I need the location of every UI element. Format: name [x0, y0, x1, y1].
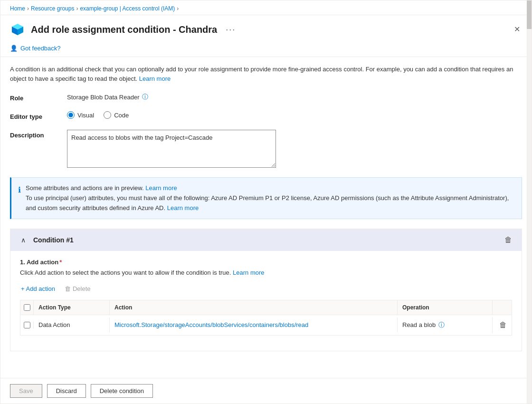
feedback-bar[interactable]: 👤 Got feedback?: [0, 42, 532, 57]
cube-icon: [10, 22, 25, 37]
editor-type-radio-group: Visual Code: [67, 111, 129, 119]
condition-section: ∧ Condition #1 🗑 1. Add action* Click Ad…: [10, 229, 522, 351]
role-value: Storage Blob Data Reader ⓘ: [67, 93, 148, 101]
row-action[interactable]: Microsoft.Storage/storageAccounts/blobSe…: [110, 317, 398, 332]
condition-header: ∧ Condition #1 🗑: [10, 229, 522, 251]
role-label: Role: [10, 93, 67, 102]
discard-button[interactable]: Discard: [47, 384, 86, 398]
table-header-operation: Operation: [398, 300, 493, 315]
breadcrumb-resource-groups[interactable]: Resource groups: [31, 5, 74, 12]
role-row: Role Storage Blob Data Reader ⓘ: [10, 93, 522, 102]
condition-delete-icon-button[interactable]: 🗑: [503, 234, 514, 246]
save-button[interactable]: Save: [10, 384, 42, 398]
condition-collapse-button[interactable]: ∧: [18, 235, 28, 245]
feedback-icon: 👤: [10, 45, 18, 52]
content-area: A condition is an additional check that …: [0, 57, 532, 378]
info-banner-icon: ℹ: [18, 184, 21, 196]
row-delete-cell: 🗑: [493, 315, 512, 335]
intro-learn-more-link[interactable]: Learn more: [139, 75, 171, 82]
info-banner-learn-more-1[interactable]: Learn more: [145, 184, 177, 192]
operation-info-icon[interactable]: ⓘ: [438, 321, 445, 329]
panel-header: Add role assignment condition - Chandra …: [0, 15, 532, 42]
info-banner-learn-more-2[interactable]: Learn more: [167, 204, 199, 212]
row-operation: Read a blob ⓘ: [398, 317, 493, 333]
delete-action-button[interactable]: 🗑 Delete: [64, 283, 92, 294]
add-action-button[interactable]: + Add action: [20, 283, 56, 294]
radio-visual[interactable]: Visual: [67, 111, 94, 119]
description-row: Description Read access to blobs with th…: [10, 130, 522, 168]
table-row: Data Action Microsoft.Storage/storageAcc…: [20, 315, 512, 335]
row-action-link[interactable]: Microsoft.Storage/storageAccounts/blobSe…: [114, 321, 308, 328]
table-header-checkbox: [20, 300, 34, 315]
row-action-type: Data Action: [34, 317, 110, 332]
info-banner-content: Some attributes and actions are in previ…: [26, 183, 515, 213]
footer-bar: Save Discard Delete condition: [0, 378, 532, 404]
condition-title: Condition #1: [33, 236, 74, 244]
feedback-label: Got feedback?: [20, 45, 61, 52]
description-label: Description: [10, 130, 67, 139]
radio-code[interactable]: Code: [104, 111, 129, 119]
role-info-icon[interactable]: ⓘ: [142, 93, 148, 101]
table-header-action: Action: [110, 300, 398, 315]
action-learn-more-link[interactable]: Learn more: [233, 269, 264, 276]
intro-text: A condition is an additional check that …: [10, 65, 522, 83]
condition-body: 1. Add action* Click Add action to selec…: [10, 251, 522, 350]
close-button[interactable]: ✕: [512, 24, 522, 35]
row-delete-button[interactable]: 🗑: [497, 319, 509, 331]
add-action-heading: 1. Add action*: [20, 259, 512, 266]
add-action-section: 1. Add action* Click Add action to selec…: [20, 259, 512, 335]
table-header-actions: [493, 300, 512, 315]
action-description: Click Add action to select the actions y…: [20, 269, 512, 277]
editor-type-label: Editor type: [10, 111, 67, 120]
breadcrumb-iam[interactable]: example-group | Access control (IAM): [80, 5, 175, 12]
breadcrumb: Home › Resource groups › example-group |…: [0, 0, 532, 15]
ellipsis-button[interactable]: ···: [223, 24, 238, 36]
breadcrumb-home[interactable]: Home: [10, 5, 25, 12]
editor-type-row: Editor type Visual Code: [10, 111, 522, 120]
toolbar-row: + Add action 🗑 Delete: [20, 283, 512, 294]
info-banner: ℹ Some attributes and actions are in pre…: [10, 177, 522, 219]
description-textarea[interactable]: Read access to blobs with the tag Projec…: [67, 130, 276, 168]
delete-condition-button[interactable]: Delete condition: [91, 384, 153, 398]
row-checkbox-cell: [20, 322, 34, 328]
table-header-action-type: Action Type: [34, 300, 110, 315]
table-header-row: Action Type Action Operation: [20, 300, 512, 315]
actions-table: Action Type Action Operation Data Action: [20, 300, 512, 336]
select-all-checkbox[interactable]: [24, 304, 30, 311]
row-checkbox[interactable]: [24, 322, 30, 328]
page-title: Add role assignment condition - Chandra: [31, 24, 217, 35]
delete-action-icon: 🗑: [65, 285, 71, 292]
